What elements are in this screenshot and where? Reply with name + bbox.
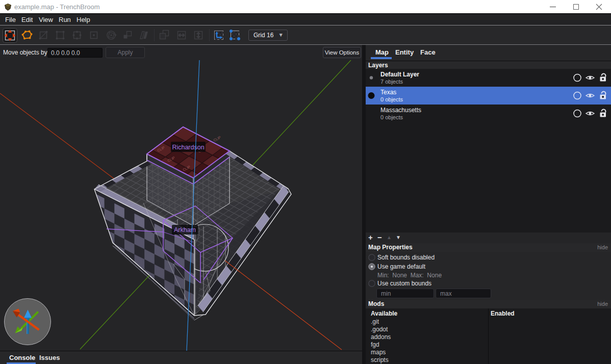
svg-text:Arkham: Arkham [174, 226, 196, 233]
svg-text:Richardson: Richardson [172, 144, 204, 151]
